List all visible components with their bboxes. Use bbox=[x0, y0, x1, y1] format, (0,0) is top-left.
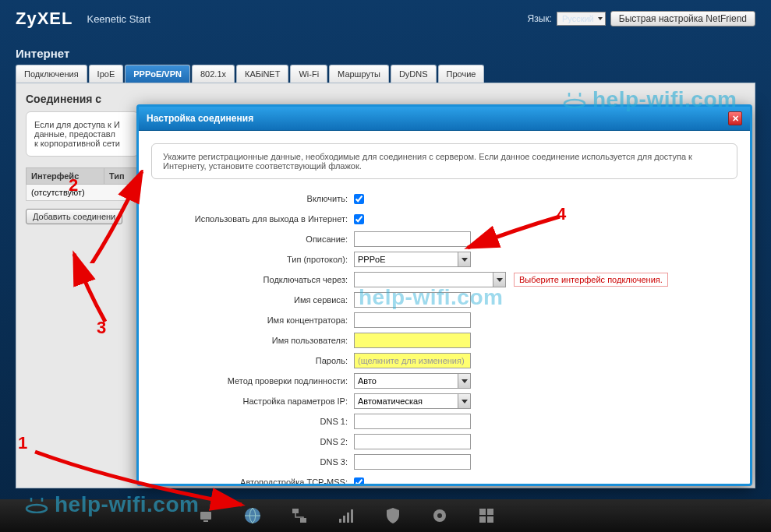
connections-table: Интерфейс Тип (отсутствуют) bbox=[26, 167, 139, 201]
connect-via-error: Выберите интерфейс подключения. bbox=[514, 273, 668, 287]
empty-row: (отсутствуют) bbox=[27, 185, 139, 201]
label-service-name: Имя сервиса: bbox=[151, 295, 354, 305]
label-description: Описание: bbox=[151, 234, 354, 244]
header: ZyXEL Keenetic Start Язык: Русский Быстр… bbox=[0, 0, 771, 37]
globe-icon[interactable] bbox=[242, 505, 263, 527]
header-right: Язык: Русский Быстрая настройка NetFrien… bbox=[528, 11, 755, 26]
svg-rect-6 bbox=[343, 516, 345, 523]
auth-method-select[interactable] bbox=[354, 373, 471, 389]
logo: ZyXEL bbox=[16, 9, 73, 29]
dns1-input[interactable] bbox=[354, 414, 471, 429]
svg-rect-7 bbox=[347, 513, 349, 523]
close-icon[interactable]: ✕ bbox=[728, 111, 742, 125]
enable-checkbox[interactable] bbox=[354, 194, 364, 204]
dialog-description: Укажите регистрационные данные, необходи… bbox=[151, 143, 737, 179]
tab-connections[interactable]: Подключения bbox=[16, 65, 87, 83]
label-connect-via: Подключаться через: bbox=[151, 275, 354, 284]
add-connection-button[interactable]: Добавить соединени bbox=[26, 209, 122, 224]
use-for-internet-checkbox[interactable] bbox=[354, 214, 364, 224]
info-line1: Если для доступа к И bbox=[34, 120, 120, 129]
svg-rect-8 bbox=[351, 509, 353, 523]
info-box: Если для доступа к И данные, предоставл … bbox=[26, 111, 139, 157]
password-input[interactable] bbox=[354, 353, 471, 368]
service-name-input[interactable] bbox=[354, 292, 471, 308]
status-icon[interactable] bbox=[195, 505, 217, 527]
svg-rect-11 bbox=[479, 509, 486, 515]
shield-icon[interactable] bbox=[382, 505, 404, 527]
label-dns1: DNS 1: bbox=[151, 417, 354, 426]
language-label: Язык: bbox=[528, 13, 552, 24]
dialog-body: Укажите регистрационные данные, необходи… bbox=[139, 131, 750, 484]
tab-wifi[interactable]: Wi-Fi bbox=[290, 65, 327, 83]
gear-icon[interactable] bbox=[429, 505, 451, 527]
dialog-titlebar: Настройка соединения ✕ bbox=[139, 107, 750, 131]
page-title: Интернет bbox=[0, 37, 771, 65]
grid-icon[interactable] bbox=[476, 505, 497, 527]
info-line3: к корпоративной сети bbox=[34, 139, 120, 148]
label-ip-config: Настройка параметров IP: bbox=[151, 396, 354, 406]
description-input[interactable] bbox=[354, 231, 471, 247]
tab-ipoe[interactable]: IpoE bbox=[89, 65, 124, 83]
svg-point-10 bbox=[437, 513, 442, 518]
svg-rect-0 bbox=[200, 512, 211, 520]
info-line2: данные, предоставл bbox=[34, 129, 115, 139]
connection-settings-dialog: Настройка соединения ✕ Укажите регистрац… bbox=[136, 104, 752, 486]
tab-dyndns[interactable]: DyDNS bbox=[391, 65, 437, 83]
svg-rect-14 bbox=[487, 516, 493, 523]
svg-rect-3 bbox=[292, 509, 299, 513]
tab-bar: Подключения IpoE PPPoE/VPN 802.1x КАБiNE… bbox=[16, 65, 755, 83]
svg-rect-4 bbox=[300, 518, 306, 523]
col-type: Тип bbox=[104, 168, 138, 185]
connect-via-select[interactable] bbox=[354, 272, 506, 287]
product-subtitle: Keenetic Start bbox=[87, 13, 150, 25]
dns2-input[interactable] bbox=[354, 434, 471, 449]
ip-config-select[interactable] bbox=[354, 393, 471, 409]
svg-rect-12 bbox=[487, 509, 493, 515]
label-dns2: DNS 2: bbox=[151, 437, 354, 446]
tab-kabinet[interactable]: КАБiNET bbox=[236, 65, 288, 83]
tab-8021x[interactable]: 802.1x bbox=[192, 65, 235, 83]
dialog-title: Настройка соединения bbox=[147, 113, 253, 124]
language-select[interactable]: Русский bbox=[557, 12, 606, 26]
signal-icon[interactable] bbox=[335, 505, 357, 527]
tab-pppoe-vpn[interactable]: PPPoE/VPN bbox=[125, 65, 190, 83]
label-auth-method: Метод проверки подлинности: bbox=[151, 376, 354, 386]
label-concentrator-name: Имя концентратора: bbox=[151, 315, 354, 325]
concentrator-name-input[interactable] bbox=[354, 312, 471, 328]
username-input[interactable] bbox=[354, 333, 471, 348]
bottom-dock bbox=[0, 499, 771, 532]
tcp-mss-checkbox[interactable] bbox=[354, 477, 364, 484]
tab-routes[interactable]: Маршруты bbox=[329, 65, 389, 83]
svg-rect-1 bbox=[203, 520, 208, 522]
label-dns3: DNS 3: bbox=[151, 457, 354, 467]
label-use-for-internet: Использовать для выхода в Интернет: bbox=[151, 214, 354, 224]
col-interface: Интерфейс bbox=[27, 168, 104, 185]
section-title: Соединения с bbox=[26, 93, 745, 105]
label-username: Имя пользователя: bbox=[151, 336, 354, 345]
label-password: Пароль: bbox=[151, 356, 354, 365]
quick-setup-button[interactable]: Быстрая настройка NetFriend bbox=[610, 11, 755, 26]
label-tcp-mss: Автоподстройка TCP-MSS: bbox=[151, 477, 354, 484]
svg-rect-13 bbox=[479, 516, 486, 523]
label-enable: Включить: bbox=[151, 194, 354, 203]
protocol-select[interactable] bbox=[354, 252, 471, 267]
svg-rect-5 bbox=[339, 519, 341, 523]
dns3-input[interactable] bbox=[354, 454, 471, 470]
tab-other[interactable]: Прочие bbox=[438, 65, 485, 83]
label-protocol: Тип (протокол): bbox=[151, 255, 354, 264]
network-icon[interactable] bbox=[288, 505, 310, 527]
